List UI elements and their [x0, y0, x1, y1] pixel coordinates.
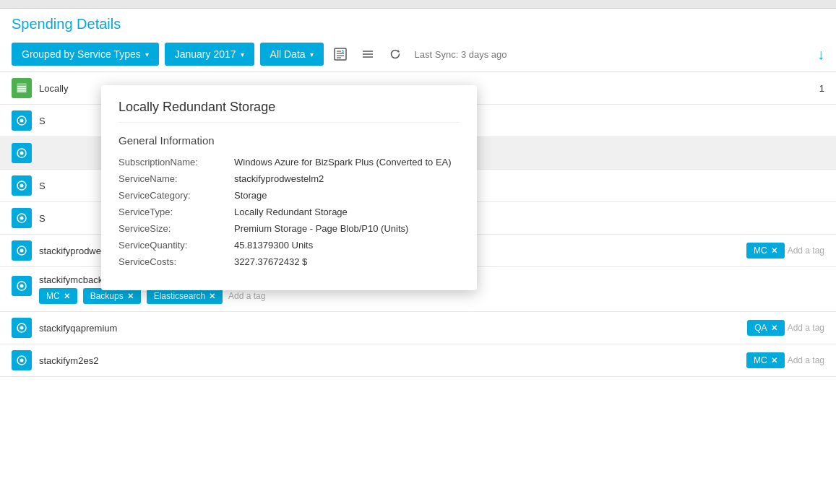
tag-label: MC [754, 246, 767, 256]
service-name: stackifym2es2 [39, 355, 746, 366]
tooltip-row-subscription: SubscriptionName: Windows Azure for BizS… [118, 157, 460, 168]
tag-mc-button[interactable]: MC ✕ [746, 352, 785, 368]
svg-text:$: $ [342, 49, 344, 53]
tooltip-row-size: ServiceSize: Premium Storage - Page Blob… [118, 223, 460, 234]
tooltip-value: Locally Redundant Storage [234, 207, 460, 217]
tooltip-row-costs: ServiceCosts: 3227.37672432 $ [118, 256, 460, 267]
tag-remove-icon[interactable]: ✕ [771, 323, 777, 333]
tag-qa-button[interactable]: QA ✕ [747, 320, 784, 336]
service-icon-blue [12, 143, 32, 163]
add-tag-link[interactable]: Add a tag [788, 246, 824, 256]
tooltip-row-servicename: ServiceName: stackifyprodwestelm2 [118, 173, 460, 184]
tooltip-value: Storage [234, 190, 460, 201]
tooltip-label: ServiceName: [118, 173, 234, 184]
tag-label: Backups [90, 291, 124, 301]
group-by-dropdown[interactable]: Grouped by Service Types ▾ [12, 43, 159, 66]
tooltip-value: stackifyprodwestelm2 [234, 173, 460, 184]
tag-label: MC [46, 291, 60, 301]
tag-mc-button[interactable]: MC ✕ [746, 243, 785, 258]
svg-point-22 [20, 249, 24, 253]
toolbar: Grouped by Service Types ▾ January 2017 … [0, 37, 836, 72]
tag-label: QA [754, 323, 767, 333]
filter-dropdown[interactable]: All Data ▾ [260, 43, 324, 66]
tooltip-row-type: ServiceType: Locally Redundant Storage [118, 207, 460, 217]
last-sync-text: Last Sync: 3 days ago [415, 49, 507, 60]
tooltip-value: Premium Storage - Page Blob/P10 (Units) [234, 223, 460, 234]
row-amount: 1 [781, 83, 824, 94]
svg-point-24 [20, 284, 24, 288]
svg-point-28 [20, 359, 24, 362]
service-name: stackifyqapremium [39, 323, 747, 334]
title-highlight: Spending [12, 16, 73, 32]
tooltip-label: ServiceQuantity: [118, 240, 234, 251]
export-button[interactable]: $ [329, 45, 351, 64]
table-row: stackifyqapremium QA ✕ Add a tag [0, 312, 836, 344]
tooltip-label: ServiceSize: [118, 223, 234, 234]
tooltip-label: ServiceCategory: [118, 190, 234, 201]
tag-remove-icon[interactable]: ✕ [771, 356, 777, 365]
tooltip-label: SubscriptionName: [118, 157, 234, 168]
group-by-caret: ▾ [145, 51, 149, 58]
tag-label: Elasticsearch [154, 291, 205, 301]
table-row: stackifym2es2 MC ✕ Add a tag [0, 344, 836, 377]
add-tag-link[interactable]: Add a tag [788, 355, 824, 365]
group-by-label: Grouped by Service Types [22, 48, 141, 60]
service-icon-blue [12, 240, 32, 261]
top-scrollbar [0, 0, 836, 9]
tooltip-popup: Locally Redundant Storage General Inform… [101, 85, 477, 290]
service-icon-green [12, 78, 32, 98]
header: Spending Details [0, 9, 836, 37]
main-content: Locally 1 S [0, 72, 836, 377]
svg-point-14 [20, 119, 24, 123]
svg-point-20 [20, 217, 24, 220]
service-icon-blue [12, 110, 32, 131]
tag-elasticsearch-button[interactable]: Elasticsearch ✕ [147, 288, 223, 304]
service-icon-blue [12, 175, 32, 196]
date-caret: ▾ [241, 51, 244, 58]
svg-rect-9 [17, 83, 27, 93]
tag-mc-button[interactable]: MC ✕ [39, 288, 77, 304]
tag-backups-button[interactable]: Backups ✕ [83, 288, 141, 304]
service-icon-blue [12, 208, 32, 228]
tag-remove-icon[interactable]: ✕ [209, 292, 215, 301]
tooltip-row-quantity: ServiceQuantity: 45.81379300 Units [118, 240, 460, 251]
add-tag-link[interactable]: Add a tag [788, 323, 824, 333]
tooltip-row-category: ServiceCategory: Storage [118, 190, 460, 201]
add-tag-link[interactable]: Add a tag [228, 291, 265, 301]
svg-point-16 [20, 152, 24, 155]
list-view-button[interactable] [357, 45, 379, 64]
page-wrapper: Spending Details Grouped by Service Type… [0, 0, 836, 504]
filter-label: All Data [270, 48, 306, 60]
tooltip-value: 3227.37672432 $ [234, 256, 460, 267]
date-dropdown[interactable]: January 2017 ▾ [165, 43, 254, 66]
tooltip-label: ServiceType: [118, 207, 234, 217]
tag-remove-icon[interactable]: ✕ [64, 292, 70, 301]
scroll-down-icon: ↓ [817, 46, 824, 62]
tooltip-title: Locally Redundant Storage [118, 100, 460, 123]
refresh-button[interactable] [384, 45, 406, 64]
tooltip-label: ServiceCosts: [118, 256, 234, 267]
service-icon-blue [12, 350, 32, 370]
tooltip-value: Windows Azure for BizSpark Plus (Convert… [234, 157, 460, 168]
page-title: Spending Details [12, 16, 824, 32]
service-icon-blue [12, 318, 32, 338]
scroll-down-button[interactable]: ↓ [817, 46, 824, 63]
service-icon-blue [12, 276, 32, 296]
tooltip-section-title: General Information [118, 134, 460, 147]
svg-point-18 [20, 184, 24, 188]
tooltip-value: 45.81379300 Units [234, 240, 460, 251]
filter-caret: ▾ [310, 51, 314, 58]
svg-point-26 [20, 326, 24, 330]
date-label: January 2017 [175, 48, 236, 60]
tag-remove-icon[interactable]: ✕ [771, 246, 777, 256]
tag-label: MC [754, 355, 767, 365]
tag-remove-icon[interactable]: ✕ [127, 292, 134, 301]
